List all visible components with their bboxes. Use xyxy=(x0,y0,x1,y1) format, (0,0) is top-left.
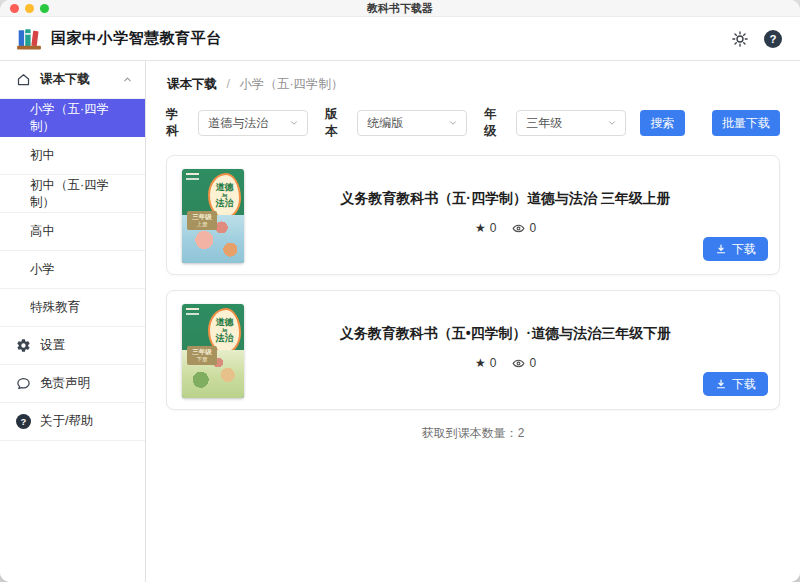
sidebar-item-disclaimer[interactable]: 免责声明 xyxy=(0,365,145,403)
views-stat: 0 xyxy=(512,356,536,370)
download-icon xyxy=(715,378,727,390)
sidebar-item-junior-54[interactable]: 初中（五·四学制） xyxy=(0,175,145,213)
help-circle-icon: ? xyxy=(16,414,31,429)
book-cover: 道德 与 法治 三年级 上册 xyxy=(182,169,244,263)
window-title: 教科书下载器 xyxy=(0,1,800,16)
star-icon: ★ xyxy=(475,356,486,370)
book-info: 义务教育教科书（五•四学制）·道德与法治三年级下册 ★ 0 0 xyxy=(244,304,767,396)
eye-icon xyxy=(512,222,525,235)
main-layout: 课本下载 小学（五·四学制） 初中 初中（五·四学制） 高中 小学 特殊教育 xyxy=(0,61,800,582)
sidebar-item-label: 免责声明 xyxy=(40,375,90,392)
cover-subject-top: 道德 xyxy=(216,318,234,327)
header-actions: ? xyxy=(731,30,782,48)
sidebar-item-label: 设置 xyxy=(40,337,65,354)
book-stats: ★ 0 0 xyxy=(475,356,536,370)
sidebar-item-special-education[interactable]: 特殊教育 xyxy=(0,289,145,327)
cover-publisher-mark xyxy=(186,308,199,315)
book-info: 义务教育教科书（五·四学制）道德与法治 三年级上册 ★ 0 0 xyxy=(244,169,767,261)
cover-subject-bottom: 法治 xyxy=(216,199,234,208)
sidebar: 课本下载 小学（五·四学制） 初中 初中（五·四学制） 高中 小学 特殊教育 xyxy=(0,61,146,582)
download-button[interactable]: 下载 xyxy=(703,372,768,396)
cover-grade: 三年级 xyxy=(192,213,212,221)
chevron-down-icon xyxy=(448,118,458,128)
search-button[interactable]: 搜索 xyxy=(640,110,685,136)
filter-bar: 学科 道德与法治 版本 统编版 年级 三年级 搜索 批量下载 xyxy=(166,106,780,140)
maximize-window-button[interactable] xyxy=(40,4,49,13)
edition-select[interactable]: 统编版 xyxy=(357,110,467,136)
edition-label: 版本 xyxy=(325,106,349,140)
download-icon xyxy=(715,243,727,255)
sidebar-group-label: 课本下载 xyxy=(40,71,90,88)
cover-subject-top: 道德 xyxy=(216,183,234,192)
help-icon[interactable]: ? xyxy=(764,30,782,48)
minimize-window-button[interactable] xyxy=(25,4,34,13)
views-count: 0 xyxy=(529,221,536,235)
eye-icon xyxy=(512,357,525,370)
cover-grade-box: 三年级 下册 xyxy=(187,346,217,365)
speech-bubble-icon xyxy=(16,376,31,391)
app-title: 国家中小学智慧教育平台 xyxy=(51,29,222,48)
views-stat: 0 xyxy=(512,221,536,235)
cover-publisher-mark xyxy=(186,173,199,180)
star-stat: ★ 0 xyxy=(475,221,496,235)
result-count: 获取到课本数量：2 xyxy=(166,425,780,442)
sidebar-item-about-help[interactable]: ? 关于/帮助 xyxy=(0,403,145,441)
sidebar-item-primary[interactable]: 小学 xyxy=(0,251,145,289)
titlebar: 教科书下载器 xyxy=(0,0,800,17)
breadcrumb: 课本下载 / 小学（五·四学制） xyxy=(167,76,780,93)
book-title: 义务教育教科书（五·四学制）道德与法治 三年级上册 xyxy=(340,190,671,208)
cover-subject-bottom: 法治 xyxy=(216,334,234,343)
book-card: 道德 与 法治 三年级 上册 义务教育教科书（五·四学制）道德与法治 三年级上册… xyxy=(166,155,780,275)
chevron-down-icon xyxy=(607,118,617,128)
download-button[interactable]: 下载 xyxy=(703,237,768,261)
sidebar-item-junior[interactable]: 初中 xyxy=(0,137,145,175)
batch-download-button[interactable]: 批量下载 xyxy=(712,110,780,136)
book-title: 义务教育教科书（五•四学制）·道德与法治三年级下册 xyxy=(340,325,672,343)
views-count: 0 xyxy=(529,356,536,370)
sidebar-item-settings[interactable]: 设置 xyxy=(0,327,145,365)
close-window-button[interactable] xyxy=(10,4,19,13)
edition-select-value: 统编版 xyxy=(367,115,403,132)
theme-toggle-sun-icon[interactable] xyxy=(731,30,749,48)
sidebar-item-senior[interactable]: 高中 xyxy=(0,213,145,251)
star-count: 0 xyxy=(490,221,497,235)
sidebar-item-label: 小学（五·四学制） xyxy=(30,101,133,135)
sidebar-item-label: 初中（五·四学制） xyxy=(30,177,133,211)
app-window: 教科书下载器 国家中小学智慧教育平台 ? 课本下载 xyxy=(0,0,800,582)
grade-label: 年级 xyxy=(484,106,508,140)
subject-select[interactable]: 道德与法治 xyxy=(198,110,308,136)
gear-icon xyxy=(16,338,31,353)
subject-select-value: 道德与法治 xyxy=(208,115,268,132)
book-cover: 道德 与 法治 三年级 下册 xyxy=(182,304,244,398)
sidebar-item-label: 小学 xyxy=(30,261,55,278)
cover-volume: 下册 xyxy=(197,356,208,363)
cover-grade: 三年级 xyxy=(192,348,212,356)
window-controls xyxy=(0,4,49,13)
home-icon xyxy=(16,72,31,87)
cover-volume: 上册 xyxy=(197,221,208,228)
breadcrumb-current: 小学（五·四学制） xyxy=(239,77,343,91)
star-icon: ★ xyxy=(475,221,486,235)
book-stats: ★ 0 0 xyxy=(475,221,536,235)
grade-select-value: 三年级 xyxy=(526,115,562,132)
cover-grade-box: 三年级 上册 xyxy=(187,211,217,230)
download-label: 下载 xyxy=(732,376,756,393)
book-card: 道德 与 法治 三年级 下册 义务教育教科书（五•四学制）·道德与法治三年级下册… xyxy=(166,290,780,410)
grade-select[interactable]: 三年级 xyxy=(516,110,626,136)
sidebar-item-label: 特殊教育 xyxy=(30,299,80,316)
chevron-up-icon xyxy=(122,74,133,85)
sidebar-item-primary-54[interactable]: 小学（五·四学制） xyxy=(0,99,145,137)
app-header: 国家中小学智慧教育平台 ? xyxy=(0,17,800,61)
sidebar-group-textbook-download[interactable]: 课本下载 xyxy=(0,61,145,99)
sidebar-item-label: 关于/帮助 xyxy=(40,413,93,430)
breadcrumb-root[interactable]: 课本下载 xyxy=(167,77,217,91)
sidebar-item-label: 高中 xyxy=(30,223,55,240)
breadcrumb-separator: / xyxy=(226,77,229,91)
subject-label: 学科 xyxy=(166,106,190,140)
star-count: 0 xyxy=(490,356,497,370)
chevron-down-icon xyxy=(289,118,299,128)
sidebar-item-label: 初中 xyxy=(30,147,55,164)
download-label: 下载 xyxy=(732,241,756,258)
content-area: 课本下载 / 小学（五·四学制） 学科 道德与法治 版本 统编版 年级 三年级 xyxy=(146,61,800,582)
star-stat: ★ 0 xyxy=(475,356,496,370)
